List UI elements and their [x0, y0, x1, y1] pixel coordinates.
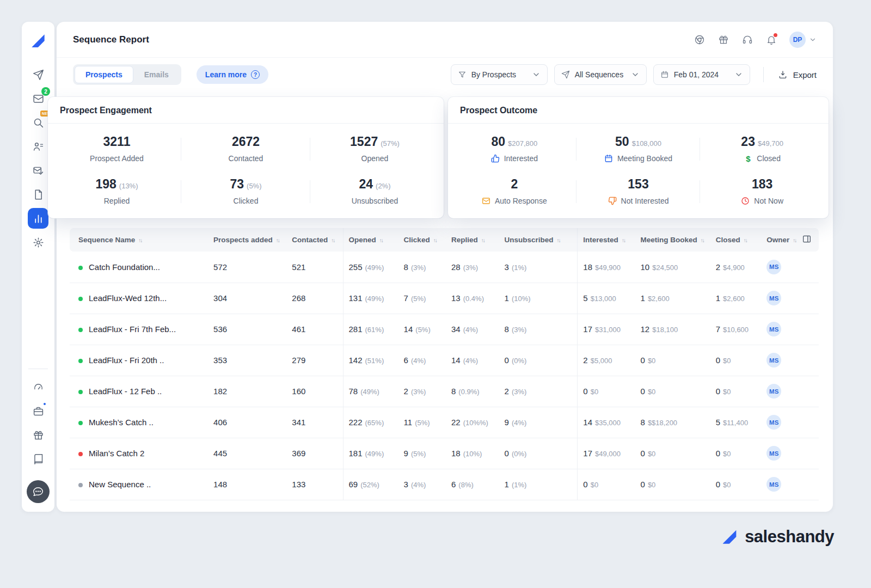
column-header-sequence-name[interactable]: Sequence Name↑↓	[70, 228, 208, 252]
table-row[interactable]: LeadFlux-Wed 12th... 304 268 131(49%) 7(…	[70, 283, 819, 314]
table-row[interactable]: Milan’s Catch 2 445 369 181(49%) 9(5%) 1…	[70, 438, 819, 469]
sort-icon[interactable]: ↑↓	[433, 237, 437, 243]
stat-value: 2	[452, 177, 576, 192]
cell-sequence-name[interactable]: Milan’s Catch 2	[70, 438, 208, 469]
owner-avatar[interactable]: MS	[766, 415, 781, 430]
column-header-owner[interactable]: Owner↑↓	[761, 228, 796, 252]
sort-icon[interactable]: ↑↓	[138, 237, 142, 243]
stat-label: Clicked	[181, 197, 310, 205]
sequence-filter-dropdown[interactable]: All Sequences	[554, 64, 647, 85]
cell-opened: 142(51%)	[343, 345, 398, 376]
tab-emails[interactable]: Emails	[133, 66, 180, 83]
column-header-opened[interactable]: Opened↑↓	[343, 228, 398, 252]
engagement-stat: 3211 Prospect Added	[52, 134, 181, 163]
avatar[interactable]: DP	[789, 32, 806, 48]
sort-icon[interactable]: ↑↓	[701, 237, 704, 243]
support-headset-icon[interactable]	[741, 34, 753, 46]
cell-sequence-name[interactable]: LeadFlux - 12 Feb ..	[70, 376, 208, 407]
stat-value: 50$108,000	[576, 134, 701, 149]
cell-replied: 34(4%)	[446, 314, 499, 345]
cell-unsubscribed: 0(0%)	[499, 345, 578, 376]
help-circle-icon: ?	[251, 70, 260, 79]
table-row[interactable]: New Sequence .. 148 133 69(52%) 3(4%) 6(…	[70, 469, 819, 500]
cell-prospects-added: 572	[208, 252, 286, 283]
sort-icon[interactable]: ↑↓	[793, 237, 796, 243]
nav-rewards-icon[interactable]	[28, 425, 48, 445]
sort-icon[interactable]: ↑↓	[379, 237, 383, 243]
nav-prospects-icon[interactable]	[28, 136, 48, 157]
column-header-replied[interactable]: Replied↑↓	[446, 228, 499, 252]
cell-interested: 17$31,000	[578, 314, 635, 345]
cell-meeting-booked: 0$0	[635, 438, 710, 469]
sort-icon[interactable]: ↑↓	[557, 237, 560, 243]
table-row[interactable]: Mukesh’s Catch .. 406 341 222(65%) 11(5%…	[70, 407, 819, 438]
cell-sequence-name[interactable]: LeadFlux - Fri 7th Feb...	[70, 314, 208, 345]
sort-icon[interactable]: ↑↓	[331, 237, 334, 243]
engagement-stat: 2672 Contacted	[181, 134, 310, 163]
filter-by-dropdown[interactable]: By Prospects	[451, 64, 548, 85]
engagement-stat: 73(5%) Clicked	[181, 177, 310, 205]
nav-search-icon[interactable]: NEW	[28, 112, 48, 133]
sort-icon[interactable]: ↑↓	[622, 237, 625, 243]
owner-avatar[interactable]: MS	[766, 384, 781, 399]
chat-support-button[interactable]	[27, 480, 50, 503]
app-logo-icon[interactable]	[29, 32, 47, 50]
table-row[interactable]: LeadFlux - 12 Feb .. 182 160 78(49%) 2(3…	[70, 376, 819, 407]
outcome-stats-grid: 80$207,800 Interested 50$108,000 Meeting…	[448, 124, 829, 218]
sort-icon[interactable]: ↑↓	[481, 237, 484, 243]
column-header-unsubscribed[interactable]: Unsubscribed↑↓	[499, 228, 578, 252]
column-header-contacted[interactable]: Contacted↑↓	[286, 228, 343, 252]
cell-sequence-name[interactable]: LeadFlux-Wed 12th...	[70, 283, 208, 314]
date-picker[interactable]: Feb 01, 2024	[653, 64, 750, 85]
owner-avatar[interactable]: MS	[766, 477, 781, 492]
owner-avatar[interactable]: MS	[766, 322, 781, 336]
column-header-interested[interactable]: Interested↑↓	[578, 228, 635, 252]
table-row[interactable]: LeadFlux - Fri 7th Feb... 536 461 281(61…	[70, 314, 819, 345]
column-header-clicked[interactable]: Clicked↑↓	[398, 228, 446, 252]
nav-email-verify-icon[interactable]	[28, 160, 48, 181]
cell-sequence-name[interactable]: Catch Foundation...	[70, 252, 208, 283]
nav-templates-icon[interactable]	[28, 184, 48, 205]
account-menu[interactable]: DP	[789, 32, 817, 48]
table-header-row: Sequence Name↑↓Prospects added↑↓Contacte…	[70, 228, 819, 252]
stat-value: 3211	[52, 134, 181, 149]
cell-interested: 17$49,000	[578, 438, 635, 469]
chevron-down-icon	[631, 70, 640, 79]
sort-icon[interactable]: ↑↓	[276, 237, 279, 243]
owner-avatar[interactable]: MS	[766, 260, 781, 274]
sort-icon[interactable]: ↑↓	[744, 237, 747, 243]
learn-more-button[interactable]: Learn more ?	[197, 65, 268, 84]
nav-credits-icon[interactable]	[28, 377, 48, 397]
extension-icon[interactable]	[694, 34, 706, 46]
nav-reports-icon[interactable]	[28, 208, 48, 229]
cell-contacted: 268	[286, 283, 343, 314]
column-header-meeting-booked[interactable]: Meeting Booked↑↓	[635, 228, 710, 252]
nav-agency-icon[interactable]	[28, 401, 48, 421]
table-row[interactable]: Catch Foundation... 572 521 255(49%) 8(3…	[70, 252, 819, 283]
export-button[interactable]: Export	[778, 70, 817, 79]
cell-sequence-name[interactable]: Mukesh’s Catch ..	[70, 407, 208, 438]
nav-settings-icon[interactable]	[28, 232, 48, 253]
cell-closed: 0$0	[710, 376, 761, 407]
table-row[interactable]: LeadFlux - Fri 20th .. 353 279 142(51%) …	[70, 345, 819, 376]
nav-docs-icon[interactable]	[28, 449, 48, 469]
gift-icon[interactable]	[717, 34, 729, 46]
owner-avatar[interactable]: MS	[766, 446, 781, 461]
cell-sequence-name[interactable]: New Sequence ..	[70, 469, 208, 500]
owner-avatar[interactable]: MS	[766, 291, 781, 305]
nav-inbox-icon[interactable]: 2	[28, 88, 48, 109]
column-header-closed[interactable]: Closed↑↓	[710, 228, 761, 252]
cell-clicked: 8(3%)	[398, 252, 446, 283]
notifications-bell-icon[interactable]	[765, 34, 777, 46]
table-body: Catch Foundation... 572 521 255(49%) 8(3…	[70, 252, 819, 500]
column-settings-icon[interactable]	[802, 234, 812, 244]
cell-clicked: 6(4%)	[398, 345, 446, 376]
stat-value: 1527(57%)	[310, 134, 439, 149]
owner-avatar[interactable]: MS	[766, 353, 781, 367]
stat-value: 183	[700, 177, 824, 192]
stat-label: Replied	[52, 197, 181, 205]
tab-prospects[interactable]: Prospects	[75, 66, 133, 83]
column-header-prospects-added[interactable]: Prospects added↑↓	[208, 228, 286, 252]
nav-sequences-icon[interactable]	[28, 64, 48, 85]
cell-sequence-name[interactable]: LeadFlux - Fri 20th ..	[70, 345, 208, 376]
